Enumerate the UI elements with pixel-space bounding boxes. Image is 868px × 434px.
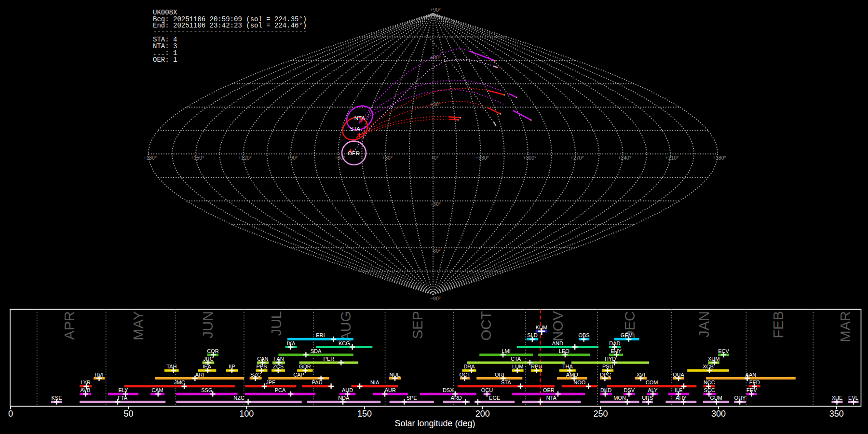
svg-text:LYR: LYR	[81, 380, 91, 385]
svg-text:XHE: XHE	[832, 395, 843, 401]
svg-text:IEA: IEA	[203, 364, 211, 369]
svg-text:FEB: FEB	[771, 311, 786, 338]
svg-text:PCA: PCA	[275, 387, 286, 393]
svg-text:XUM: XUM	[708, 356, 719, 362]
svg-text:STA: STA	[501, 380, 511, 385]
svg-text:PER: PER	[324, 356, 335, 362]
svg-text:NZC: NZC	[233, 395, 244, 401]
svg-text:+30°: +30°	[382, 155, 393, 161]
svg-text:OER: OER	[348, 150, 360, 156]
svg-text:JUL: JUL	[269, 311, 284, 336]
svg-text:+60°: +60°	[430, 54, 441, 60]
svg-text:+270°: +270°	[570, 155, 584, 161]
svg-text:250: 250	[593, 409, 608, 419]
svg-text:GDR: GDR	[299, 364, 311, 369]
svg-text:NTA: NTA	[354, 115, 365, 121]
svg-text:ELY: ELY	[119, 387, 129, 393]
svg-text:AND: AND	[552, 340, 563, 346]
svg-text:ORI: ORI	[495, 372, 504, 378]
svg-text:OBS: OBS	[578, 332, 589, 338]
svg-text:COR: COR	[207, 348, 219, 354]
svg-text:MAR: MAR	[838, 311, 853, 342]
svg-text:FTA: FTA	[118, 395, 128, 401]
svg-text:+180°: +180°	[713, 155, 726, 161]
svg-text:OER: OER	[543, 387, 555, 393]
svg-text:NOV: NOV	[550, 311, 566, 341]
svg-text:FED: FED	[749, 380, 760, 385]
svg-text:APR: APR	[62, 311, 77, 340]
svg-text:+30°: +30°	[430, 101, 441, 107]
svg-text:AUR: AUR	[385, 387, 396, 393]
svg-text:OCT: OCT	[478, 311, 494, 341]
svg-text:DKD: DKD	[600, 387, 611, 393]
svg-text:SDA: SDA	[311, 348, 322, 354]
svg-text:NOO: NOO	[573, 380, 586, 385]
svg-text:OCT: OCT	[459, 372, 471, 378]
svg-text:LEO: LEO	[559, 348, 570, 354]
svg-text:MON: MON	[613, 395, 626, 401]
svg-text:IXA: IXA	[287, 340, 296, 346]
svg-text:−90°: −90°	[430, 296, 441, 301]
svg-text:−60°: −60°	[430, 248, 441, 254]
svg-text:+210°: +210°	[665, 155, 679, 161]
svg-text:DAD: DAD	[609, 340, 620, 346]
svg-text:300: 300	[711, 409, 726, 419]
svg-text:DSX: DSX	[443, 387, 454, 393]
svg-text:+90°: +90°	[430, 7, 441, 13]
svg-text:AUD: AUD	[342, 387, 353, 393]
svg-text:EGE: EGE	[489, 395, 500, 401]
svg-text:+90°: +90°	[287, 155, 298, 161]
svg-text:CAN: CAN	[257, 356, 268, 362]
svg-text:KUM: KUM	[536, 325, 547, 330]
svg-text:ECV: ECV	[718, 348, 729, 354]
svg-text:SSG: SSG	[201, 387, 212, 393]
svg-text:OER: 1: OER: 1	[153, 56, 177, 64]
svg-text:50: 50	[124, 409, 134, 419]
svg-text:OCU: OCU	[481, 387, 493, 393]
svg-text:ARD: ARD	[451, 395, 462, 401]
svg-text:PPS: PPS	[256, 364, 267, 369]
svg-text:STA: STA	[350, 126, 361, 132]
svg-text:CAM: CAM	[151, 387, 163, 393]
svg-text:SLD: SLD	[527, 332, 537, 338]
svg-text:ALY: ALY	[648, 387, 658, 393]
svg-text:NUE: NUE	[389, 372, 400, 378]
svg-text:+180°: +180°	[143, 155, 157, 161]
svg-text:150: 150	[357, 409, 372, 419]
svg-text:JRC: JRC	[203, 356, 213, 362]
svg-text:NIA: NIA	[370, 380, 380, 385]
svg-text:THA: THA	[562, 364, 573, 369]
svg-text:EHY: EHY	[610, 348, 622, 354]
svg-text:MAY: MAY	[131, 311, 146, 340]
svg-text:200: 200	[475, 409, 490, 419]
svg-text:LUM: LUM	[512, 364, 523, 369]
svg-text:350: 350	[829, 409, 844, 419]
svg-text:NCC: NCC	[704, 380, 715, 385]
svg-text:AAN: AAN	[746, 372, 757, 378]
svg-text:XCB: XCB	[703, 364, 714, 369]
svg-text:SPE: SPE	[407, 395, 417, 401]
svg-text:DPC: DPC	[600, 372, 611, 378]
svg-text:ERI: ERI	[316, 332, 325, 338]
svg-text:DSV: DSV	[624, 387, 635, 393]
svg-text:100: 100	[239, 409, 254, 419]
svg-text:KSE: KSE	[51, 395, 62, 401]
svg-text:PAU: PAU	[312, 380, 323, 385]
svg-text:+300°: +300°	[523, 155, 536, 161]
svg-text:AMO: AMO	[566, 372, 579, 378]
svg-text:+330°: +330°	[475, 155, 489, 161]
svg-text:KCG: KCG	[339, 340, 350, 346]
svg-text:JAN: JAN	[696, 311, 712, 338]
svg-text:QUA: QUA	[673, 372, 685, 378]
svg-text:SCC: SCC	[704, 387, 715, 393]
svg-text:−30°: −30°	[430, 201, 441, 207]
svg-text:GUM: GUM	[710, 395, 722, 401]
svg-text:SEP: SEP	[410, 311, 425, 339]
svg-text:HYD: HYD	[605, 356, 616, 362]
svg-text:IIP: IIP	[229, 364, 235, 369]
svg-text:XVI: XVI	[637, 372, 645, 378]
svg-text:AUG: AUG	[338, 311, 353, 341]
svg-text:0: 0	[8, 409, 13, 419]
svg-text:SZC: SZC	[250, 372, 261, 378]
svg-text:+0°: +0°	[431, 155, 438, 161]
